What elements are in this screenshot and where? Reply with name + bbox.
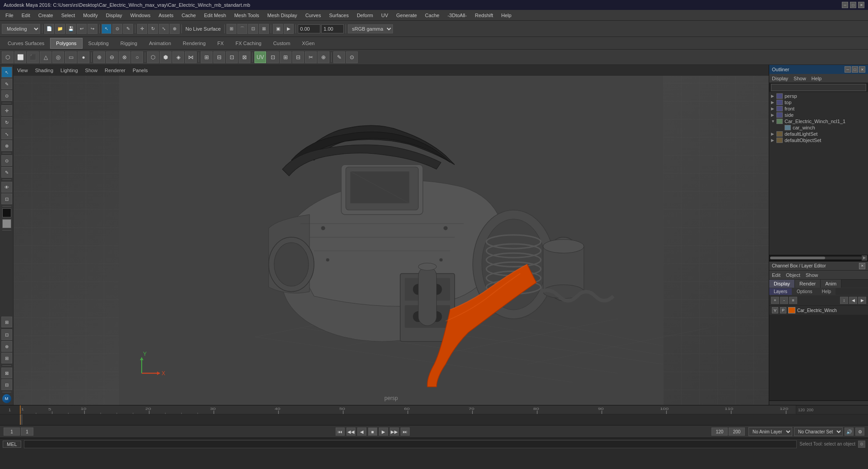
viewport-menu-lighting[interactable]: Lighting (60, 68, 78, 73)
outliner-item-default-light-set[interactable]: ▶ defaultLightSet (770, 131, 867, 137)
tool-disk[interactable]: ● (78, 51, 89, 63)
render-tab[interactable]: Render (795, 280, 821, 288)
show-hide-button[interactable]: 👁 (1, 182, 12, 193)
sculpt-button[interactable]: ✎ (1, 167, 12, 178)
menu-surfaces[interactable]: Surfaces (325, 12, 352, 19)
character-set-select[interactable]: No Character Set (794, 427, 843, 436)
ipr-render-button[interactable]: ▶ (284, 24, 294, 34)
select-mode-button[interactable]: ↖ (1, 67, 12, 78)
wireframe-swatch[interactable] (2, 219, 11, 228)
tab-animation[interactable]: Animation (143, 38, 177, 49)
paint-select-button[interactable]: ✎ (1, 78, 12, 89)
tab-custom[interactable]: Custom (267, 38, 296, 49)
outliner-help-menu[interactable]: Help (812, 76, 822, 81)
help-line-settings[interactable]: ⚙ (858, 441, 865, 448)
menu-assets[interactable]: Assets (155, 12, 177, 19)
tool-connect[interactable]: ⊡ (226, 51, 238, 63)
layer-options-button[interactable]: ≡ (789, 297, 797, 304)
current-time-field[interactable] (4, 428, 20, 436)
lasso-select-button[interactable]: ⊙ (112, 24, 122, 34)
help-tab[interactable]: Help (817, 288, 836, 295)
tool-combine[interactable]: ⊕ (93, 51, 105, 63)
new-scene-button[interactable]: 📄 (44, 24, 54, 34)
tool-extrude[interactable]: ⬡ (147, 51, 159, 63)
layer-scrollbar[interactable] (769, 315, 868, 400)
channelbox-close-button[interactable]: ✕ (859, 263, 865, 269)
outliner-scroll-right-button[interactable]: ▶ (862, 255, 867, 261)
outliner-scrollbar-track[interactable] (770, 257, 862, 259)
tab-sculpting[interactable]: Sculpting (83, 38, 115, 49)
timeline-settings-button[interactable]: ⚙ (855, 428, 864, 436)
gamma-select[interactable]: sRGB gamma (348, 24, 393, 33)
isolate-button[interactable]: ⊡ (1, 193, 12, 204)
universal-manip-button[interactable]: ⊕ (1, 140, 12, 151)
outliner-item-top[interactable]: ▶ top (770, 99, 867, 106)
menu-file[interactable]: File (2, 12, 17, 19)
tool-offset-edge[interactable]: ⊟ (213, 51, 225, 63)
menu-generate[interactable]: Generate (392, 12, 420, 19)
mel-label[interactable]: MEL (3, 441, 21, 448)
go-to-end-button[interactable]: ⏭ (401, 428, 410, 436)
viewport-menu-panels[interactable]: Panels (133, 68, 148, 73)
snap-point-button[interactable]: ⊡ (248, 24, 258, 34)
command-line[interactable] (24, 440, 797, 448)
rotate-tool-button[interactable]: ↻ (1, 117, 12, 128)
menu-display[interactable]: Display (102, 12, 126, 19)
outliner-close-button[interactable]: ✕ (859, 66, 865, 73)
tool-plane[interactable]: ▭ (65, 51, 77, 63)
tool-merge[interactable]: ⋈ (185, 51, 197, 63)
outliner-item-default-object-set[interactable]: ▶ defaultObjectSet (770, 137, 867, 143)
menu-select[interactable]: Select (58, 12, 79, 19)
mode-select[interactable]: Modeling Rigging Animation FX Rendering (2, 24, 40, 34)
outliner-maximize-button[interactable]: □ (852, 66, 858, 73)
tool-separate[interactable]: ⊖ (106, 51, 118, 63)
select-tool-button[interactable]: ↖ (102, 24, 111, 34)
tool-bridge[interactable]: ⬢ (160, 51, 171, 63)
tool-cube[interactable]: ⬜ (14, 51, 26, 63)
redo-button[interactable]: ↪ (88, 24, 97, 34)
lasso-button[interactable]: ⊙ (1, 90, 12, 101)
move-button[interactable]: ✛ (137, 24, 147, 34)
tool-target-weld[interactable]: ⊠ (239, 51, 250, 63)
undo-button[interactable]: ↩ (77, 24, 87, 34)
paint-select-button[interactable]: ✎ (123, 24, 133, 34)
render-region-button[interactable]: ▣ (273, 24, 283, 34)
tab-fx[interactable]: FX (212, 38, 230, 49)
outliner-item-side[interactable]: ▶ side (770, 112, 867, 118)
menu-uv[interactable]: UV (378, 12, 392, 19)
minimize-button[interactable]: ─ (842, 2, 848, 8)
anim-tab[interactable]: Anim (821, 280, 841, 288)
tool-soft-select[interactable]: ⊙ (346, 51, 358, 63)
cb-edit-menu[interactable]: Edit (772, 272, 780, 278)
menu-mesh-display[interactable]: Mesh Display (264, 12, 301, 19)
outliner-item-front[interactable]: ▶ front (770, 106, 867, 112)
x-field[interactable] (298, 24, 320, 33)
menu-curves[interactable]: Curves (302, 12, 325, 19)
close-button[interactable]: ✕ (858, 2, 864, 8)
tool-torus[interactable]: ◎ (52, 51, 64, 63)
y-field[interactable] (321, 24, 344, 33)
layer-arrow-right[interactable]: ▶ (858, 297, 866, 304)
menu-cache2[interactable]: Cache (421, 12, 443, 19)
outliner-item-car-winch[interactable]: car_winch (770, 124, 867, 131)
display-settings-button[interactable]: ⊡ (1, 329, 12, 340)
menu-create[interactable]: Create (35, 12, 57, 19)
viewport[interactable]: View Shading Lighting Show Renderer Pane… (14, 65, 769, 405)
go-to-start-button[interactable]: ⏮ (336, 428, 345, 436)
outliner-item-car-winch-group[interactable]: ▼ Car_Electric_Winch_ncl1_1 (770, 118, 867, 124)
tool-uv-layout[interactable]: ⊞ (280, 51, 291, 63)
tool-uv-unfold[interactable]: ⊡ (267, 51, 279, 63)
layer-playback-check[interactable]: P (780, 307, 786, 313)
quad-view-button[interactable]: ⊞ (1, 353, 12, 363)
outliner-search-input[interactable] (771, 84, 866, 91)
tool-insert-edge[interactable]: ⊞ (201, 51, 212, 63)
stop-button[interactable]: ■ (368, 428, 377, 436)
maximize-button[interactable]: □ (850, 2, 856, 8)
menu-mesh-tools[interactable]: Mesh Tools (231, 12, 263, 19)
viewport-menu-show[interactable]: Show (85, 68, 98, 73)
outliner-scrollbar-thumb[interactable] (770, 257, 825, 259)
tab-fx-caching[interactable]: FX Caching (230, 38, 267, 49)
range-end-field[interactable] (711, 428, 728, 436)
tool-uv-snap[interactable]: ⊟ (292, 51, 304, 63)
tool-cone[interactable]: △ (40, 51, 51, 63)
